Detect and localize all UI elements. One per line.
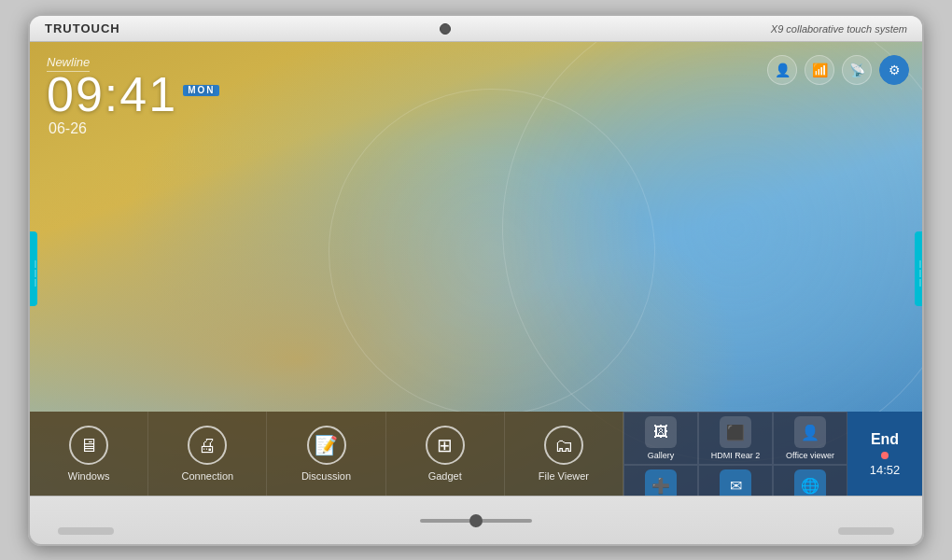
left-port <box>58 527 114 535</box>
connection-label: Connection <box>181 470 233 482</box>
clock-time: 09:41MON <box>47 70 219 119</box>
clock-day: MON <box>183 85 219 96</box>
hdmi-rear-2-app[interactable]: ⬛ HDMI Rear 2 <box>698 412 773 465</box>
windows-button[interactable]: 🖥 Windows <box>30 412 148 496</box>
newline-app[interactable]: ➕ Newline <box>623 465 698 496</box>
discussion-button[interactable]: 📝 Discussion <box>267 412 385 496</box>
world-clock-app[interactable]: 🌐 World clock <box>773 465 847 496</box>
clock-date: 06-26 <box>49 120 219 137</box>
app-grid: 🖼 Gallery ⬛ HDMI Rear 2 👤 Office viewer … <box>623 412 847 496</box>
top-right-icons: 👤 📶 📡 ⚙ <box>767 55 909 85</box>
monitor: TRUTOUCH X9 collaborative touch system N… <box>28 14 924 546</box>
file-viewer-button[interactable]: 🗂 File Viewer <box>505 412 623 496</box>
gadget-label: Gadget <box>428 470 462 482</box>
hdmi-icon: ⬛ <box>720 416 751 448</box>
discussion-label: Discussion <box>301 470 351 482</box>
end-time: 14:52 <box>870 463 901 477</box>
gallery-app[interactable]: 🖼 Gallery <box>623 412 698 465</box>
volume-slider[interactable] <box>420 519 532 523</box>
camera <box>440 23 451 35</box>
email-app[interactable]: ✉ Email <box>698 465 773 496</box>
clock-widget: 09:41MON 06-26 <box>47 70 219 137</box>
email-icon: ✉ <box>720 469 751 496</box>
gallery-icon: 🖼 <box>645 416 677 448</box>
settings-icon[interactable]: ⚙ <box>879 55 909 85</box>
office-viewer-label: Office viewer <box>786 451 834 460</box>
taskbar-main: 🖥 Windows 🖨 Connection 📝 Discussion ⊞ Ga… <box>30 412 623 496</box>
gadget-button[interactable]: ⊞ Gadget <box>386 412 505 496</box>
taskbar: 🖥 Windows 🖨 Connection 📝 Discussion ⊞ Ga… <box>30 412 922 496</box>
volume-thumb[interactable] <box>469 514 483 527</box>
end-dot <box>881 452 889 459</box>
brand-logo: TRUTOUCH <box>45 21 120 35</box>
newline-app-icon: ➕ <box>645 469 677 496</box>
connection-button[interactable]: 🖨 Connection <box>148 412 267 496</box>
gallery-label: Gallery <box>648 451 675 460</box>
right-port <box>838 527 894 535</box>
end-label: End <box>871 431 899 448</box>
end-button[interactable]: End 14:52 <box>847 412 922 496</box>
model-logo: X9 collaborative touch system <box>771 23 907 35</box>
connection-icon: 🖨 <box>188 426 227 465</box>
wifi-icon[interactable]: 📡 <box>842 55 872 85</box>
hdmi-label: HDMI Rear 2 <box>711 451 761 460</box>
left-sidebar-tab[interactable]: ｜｜｜ <box>30 231 37 306</box>
right-sidebar-tab[interactable]: ｜｜｜ <box>915 231 922 306</box>
windows-label: Windows <box>68 470 110 482</box>
office-viewer-app[interactable]: 👤 Office viewer <box>773 412 847 465</box>
bottom-bezel <box>30 496 922 544</box>
world-clock-icon: 🌐 <box>794 469 826 496</box>
file-viewer-label: File Viewer <box>539 470 589 482</box>
discussion-icon: 📝 <box>307 426 346 465</box>
office-viewer-icon: 👤 <box>794 416 826 448</box>
user-icon[interactable]: 👤 <box>767 55 797 85</box>
gadget-icon: ⊞ <box>426 426 465 465</box>
file-viewer-icon: 🗂 <box>544 426 583 465</box>
windows-icon: 🖥 <box>69 426 108 465</box>
screen: Newline 09:41MON 06-26 👤 📶 📡 ⚙ ｜｜｜ ｜｜｜ <box>30 42 922 496</box>
network-icon[interactable]: 📶 <box>805 55 834 85</box>
top-bezel: TRUTOUCH X9 collaborative touch system <box>30 16 922 42</box>
